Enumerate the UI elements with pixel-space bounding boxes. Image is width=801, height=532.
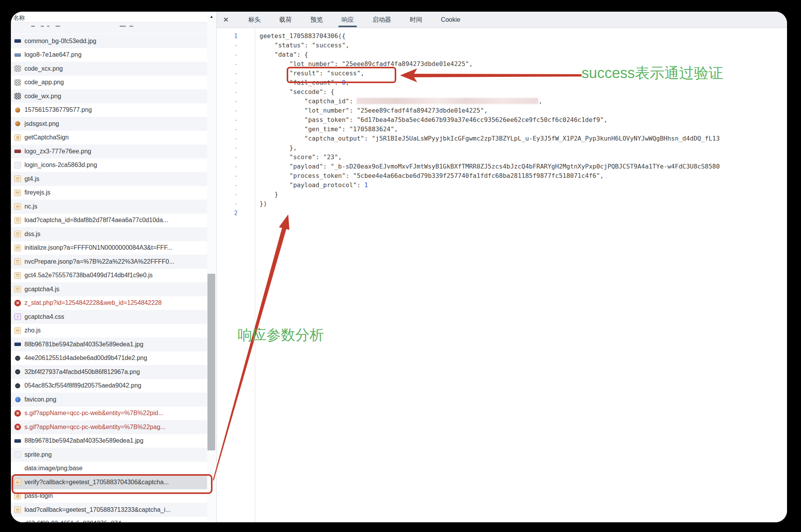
line-number: - [217,134,255,143]
tab-预览[interactable]: 预览 [301,12,332,28]
close-icon[interactable]: ✕ [223,16,229,24]
line-number: - [217,162,255,171]
tab-标头[interactable]: 标头 [239,12,270,28]
code-line: "gen_time": "1705883624", [259,125,787,134]
request-row[interactable]: load?callback=geetest_1705883713233&capt… [11,503,207,517]
request-row[interactable]: data:image/png;base [11,462,207,476]
code-line: "payload_protocol": 1 [259,181,787,190]
line-number: - [217,190,255,199]
request-label: verify?callback=geetest_1705883704306&ca… [24,479,169,486]
tab-Cookie[interactable]: Cookie [432,12,470,28]
img-dark-icon [14,341,21,348]
request-row[interactable]: gcaptcha4.js [11,282,207,296]
tab-启动器[interactable]: 启动器 [363,12,400,28]
request-row[interactable]: dss.js [11,227,207,241]
img-gray-icon [14,52,21,58]
request-label: common_bg-0fc53edd.jpg [24,38,96,45]
request-row[interactable]: 054ac853cf554f8f89d20575aeda9042.png [11,379,207,393]
img-dark-icon [14,38,21,44]
dot-orange-icon [14,120,21,127]
tab-载荷[interactable]: 载荷 [270,12,301,28]
request-row[interactable]: initialize.jsonp?a=FFFF0N1N0000000084A3&… [11,241,207,255]
request-label: zho.js [24,327,41,334]
line-number: - [217,41,255,50]
code-line: "lot_number": "25eee89cfadf4fa894273dbde… [259,106,787,115]
request-row[interactable]: pass-login [11,489,207,503]
request-row[interactable]: verify?callback=geetest_1705883704306&ca… [11,475,207,489]
request-row[interactable]: jsdsgsxt.png [11,117,207,131]
clipped-request-row [11,23,207,34]
dot-dark-icon [14,382,21,389]
code-line: "score": "23", [259,153,787,162]
request-row[interactable]: 32bf4f27937a4facbd450b86f812967a.png [11,365,207,379]
request-row[interactable]: nvcPrepare.jsonp?a=%7B%22a%22%3A%22FFFF0… [11,255,207,269]
scroll-up-icon[interactable]: ▲ [207,13,216,20]
request-row[interactable]: nc.js [11,200,207,214]
request-row[interactable]: zho.js [11,324,207,338]
request-label: load?captcha_id=8daf8b2d78f74aea6a77c0d1… [24,217,168,224]
js-icon [14,272,21,279]
request-row[interactable]: ✕s.gif?appName=qcc-pc-web&entity=%7B%22p… [11,420,207,434]
request-row[interactable]: login_icons-2ca5863d.png [11,158,207,172]
js-icon [14,176,21,182]
gutter-divider [255,28,255,522]
err-icon: ✕ [14,300,21,306]
request-row[interactable]: gct4.5a2e755576738ba0499d714db4f1c9e0.js [11,269,207,283]
request-label: z_stat.php?id=1254842228&web_id=12548422… [24,299,162,306]
devtools-window: 名称 common_bg-0fc53edd.jpglogo8-7e1ae647.… [11,12,787,522]
sprite-icon [14,162,21,169]
request-row[interactable]: 4ee20612551d4adebe6ad00d9b471de2.png [11,351,207,365]
request-row[interactable]: getCaptchaSign [11,131,207,145]
js-icon [14,245,21,251]
code-line: "result": "success", [259,69,787,78]
request-row[interactable]: ✕s.gif?appName=qcc-pc-web&entity=%7B%22p… [11,407,207,421]
request-row[interactable]: 1575615736779577.png [11,103,207,117]
network-list-scrollbar[interactable]: ▲ [207,12,216,522]
request-row[interactable]: code_wx.png [11,89,207,103]
request-label: 88b96781be5942abaf40353e589edea1.jpg [24,437,143,444]
js-icon [14,327,21,334]
request-row[interactable]: common_bg-0fc53edd.jpg [11,34,207,48]
number-literal: 0 [342,79,346,86]
line-number: - [217,199,255,209]
scrollbar-thumb[interactable] [207,274,215,450]
line-gutter: 1------------------2 [217,28,255,522]
request-label: 32bf4f27937a4facbd450b86f812967a.png [24,369,140,376]
request-row[interactable]: code_app.png [11,76,207,90]
request-row[interactable]: load?captcha_id=8daf8b2d78f74aea6a77c0d1… [11,214,207,228]
line-number: - [217,171,255,181]
request-label: pass-login [24,492,53,499]
name-column-header[interactable]: 名称 [11,12,207,23]
request-row[interactable]: gt4.js [11,172,207,186]
page: { "annotations": { "result_note": "succe… [0,0,801,532]
request-row[interactable]: gcaptcha4.css [11,310,207,324]
request-row[interactable]: fireyejs.js [11,186,207,200]
request-row[interactable]: sprite.png [11,448,207,462]
dot-dark-icon [14,369,21,375]
request-row[interactable]: code_xcx.png [11,62,207,76]
request-label: 4ee20612551d4adebe6ad00d9b471de2.png [24,355,147,362]
code-line: "captcha_id": , [259,97,787,106]
request-label: logo_zx3-777e76ee.png [24,148,91,155]
request-row[interactable]: 88b96781be5942abaf40353e589edea1.jpg [11,434,207,448]
line-number: - [217,153,255,162]
request-row[interactable]: d63-6f88-92-4651-6..0384376-.874 [11,517,207,523]
request-label: gcaptcha4.js [24,286,59,293]
request-label: nvcPrepare.jsonp?a=%7B%22a%22%3A%22FFFF0… [24,258,174,265]
err-icon: ✕ [14,410,21,417]
tab-响应[interactable]: 响应 [332,12,363,28]
request-label: nc.js [24,203,37,210]
request-label: jsdsgsxt.png [24,120,59,127]
favicon-icon [14,396,21,403]
tab-时间[interactable]: 时间 [400,12,432,28]
script-icon [14,134,21,141]
response-code[interactable]: geetest_1705883704306({ "status": "succe… [259,28,787,522]
request-label: gcaptcha4.css [24,313,64,320]
request-row[interactable]: ✕z_stat.php?id=1254842228&web_id=1254842… [11,296,207,310]
request-row[interactable]: favicon.png [11,393,207,407]
request-label: code_app.png [24,79,64,86]
request-row[interactable]: logo8-7e1ae647.png [11,48,207,62]
request-row[interactable]: logo_zx3-777e76ee.png [11,144,207,158]
line-number: - [217,59,255,69]
request-row[interactable]: 88b96781be5942abaf40353e589edea1.jpg [11,337,207,351]
